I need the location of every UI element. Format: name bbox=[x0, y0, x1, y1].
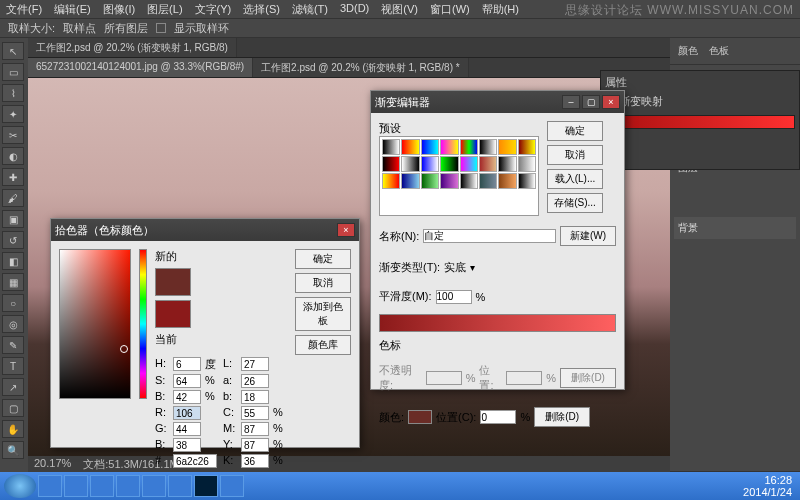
stop-color-swatch[interactable] bbox=[408, 410, 432, 424]
preset-swatch[interactable] bbox=[401, 173, 419, 189]
menu-help[interactable]: 帮助(H) bbox=[482, 2, 519, 16]
smooth-input[interactable] bbox=[436, 290, 472, 304]
panel-swatches[interactable]: 色板 bbox=[705, 42, 733, 60]
doc-tab-3[interactable]: 工作图2.psd @ 20.2% (渐变映射 1, RGB/8) * bbox=[253, 58, 469, 77]
delete2-button[interactable]: 删除(D) bbox=[534, 407, 590, 427]
preset-swatch[interactable] bbox=[498, 156, 516, 172]
menu-file[interactable]: 文件(F) bbox=[6, 2, 42, 16]
l-input[interactable] bbox=[241, 357, 269, 371]
preset-swatch[interactable] bbox=[421, 139, 439, 155]
color-field[interactable] bbox=[59, 249, 131, 399]
show-ring-checkbox[interactable] bbox=[156, 23, 166, 33]
pen-tool[interactable]: ✎ bbox=[2, 336, 24, 354]
menu-filter[interactable]: 滤镜(T) bbox=[292, 2, 328, 16]
start-button[interactable] bbox=[4, 474, 36, 498]
preset-swatch[interactable] bbox=[440, 139, 458, 155]
color-lib-button[interactable]: 颜色库 bbox=[295, 335, 351, 355]
preset-swatch[interactable] bbox=[498, 173, 516, 189]
task-app4[interactable] bbox=[168, 475, 192, 497]
r-input[interactable] bbox=[173, 406, 201, 420]
new-button[interactable]: 新建(W) bbox=[560, 226, 616, 246]
marquee-tool[interactable]: ▭ bbox=[2, 63, 24, 81]
menu-type[interactable]: 文字(Y) bbox=[195, 2, 232, 16]
menu-view[interactable]: 视图(V) bbox=[381, 2, 418, 16]
add-swatches-button[interactable]: 添加到色板 bbox=[295, 297, 351, 331]
b-input[interactable] bbox=[173, 390, 201, 404]
preset-swatch[interactable] bbox=[479, 173, 497, 189]
preset-swatch[interactable] bbox=[421, 173, 439, 189]
delete1-button[interactable]: 删除(D) bbox=[560, 368, 616, 388]
preset-swatch[interactable] bbox=[479, 139, 497, 155]
preset-swatch[interactable] bbox=[460, 173, 478, 189]
ge-save-button[interactable]: 存储(S)... bbox=[547, 193, 603, 213]
stamp-tool[interactable]: ▣ bbox=[2, 210, 24, 228]
preset-swatch[interactable] bbox=[382, 156, 400, 172]
minimize-icon[interactable]: – bbox=[562, 95, 580, 109]
task-app2[interactable] bbox=[116, 475, 140, 497]
task-explorer[interactable] bbox=[64, 475, 88, 497]
menu-edit[interactable]: 编辑(E) bbox=[54, 2, 91, 16]
path-tool[interactable]: ↗ bbox=[2, 378, 24, 396]
b2-input[interactable] bbox=[241, 390, 269, 404]
k-input[interactable] bbox=[241, 454, 269, 468]
sample-point-value[interactable]: 取样点 bbox=[63, 21, 96, 36]
menu-3d[interactable]: 3D(D) bbox=[340, 2, 369, 16]
preset-swatch[interactable] bbox=[401, 139, 419, 155]
ge-load-button[interactable]: 载入(L)... bbox=[547, 169, 603, 189]
properties-tab[interactable]: 属性 bbox=[605, 76, 627, 88]
zoom-tool[interactable]: 🔍 bbox=[2, 441, 24, 459]
blur-tool[interactable]: ○ bbox=[2, 294, 24, 312]
ok-button[interactable]: 确定 bbox=[295, 249, 351, 269]
ge-ok-button[interactable]: 确定 bbox=[547, 121, 603, 141]
eraser-tool[interactable]: ◧ bbox=[2, 252, 24, 270]
wand-tool[interactable]: ✦ bbox=[2, 105, 24, 123]
preset-swatch[interactable] bbox=[382, 139, 400, 155]
panel-color[interactable]: 颜色 bbox=[674, 42, 702, 60]
gradient-preview[interactable] bbox=[605, 115, 795, 129]
h-input[interactable] bbox=[173, 357, 201, 371]
cancel-button[interactable]: 取消 bbox=[295, 273, 351, 293]
g-input[interactable] bbox=[173, 422, 201, 436]
preset-swatch[interactable] bbox=[460, 156, 478, 172]
task-app1[interactable] bbox=[90, 475, 114, 497]
preset-swatch[interactable] bbox=[401, 156, 419, 172]
preset-swatch[interactable] bbox=[440, 156, 458, 172]
menu-select[interactable]: 选择(S) bbox=[243, 2, 280, 16]
m-input[interactable] bbox=[241, 422, 269, 436]
preset-swatch[interactable] bbox=[498, 139, 516, 155]
ge-cancel-button[interactable]: 取消 bbox=[547, 145, 603, 165]
task-ie[interactable] bbox=[38, 475, 62, 497]
preset-swatch[interactable] bbox=[518, 173, 536, 189]
preset-swatch[interactable] bbox=[518, 139, 536, 155]
history-brush-tool[interactable]: ↺ bbox=[2, 231, 24, 249]
preset-swatch[interactable] bbox=[440, 173, 458, 189]
preset-swatch[interactable] bbox=[518, 156, 536, 172]
hand-tool[interactable]: ✋ bbox=[2, 420, 24, 438]
close-icon[interactable]: × bbox=[337, 223, 355, 237]
maximize-icon[interactable]: ▢ bbox=[582, 95, 600, 109]
menu-window[interactable]: 窗口(W) bbox=[430, 2, 470, 16]
heal-tool[interactable]: ✚ bbox=[2, 168, 24, 186]
doc-tab-1[interactable]: 工作图2.psd @ 20.2% (渐变映射 1, RGB/8) bbox=[28, 38, 237, 57]
layer-background[interactable]: 背景 bbox=[674, 217, 796, 239]
preset-swatch[interactable] bbox=[460, 139, 478, 155]
preset-swatch[interactable] bbox=[382, 173, 400, 189]
task-app5[interactable] bbox=[220, 475, 244, 497]
a-input[interactable] bbox=[241, 374, 269, 388]
menu-layer[interactable]: 图层(L) bbox=[147, 2, 182, 16]
close-icon[interactable]: × bbox=[602, 95, 620, 109]
name-input[interactable] bbox=[423, 229, 556, 243]
preset-swatch[interactable] bbox=[421, 156, 439, 172]
system-tray[interactable]: 16:28 2014/1/24 bbox=[743, 474, 796, 498]
type-dropdown[interactable]: 实底 bbox=[444, 260, 466, 275]
doc-tab-2[interactable]: 6527231002140124001.jpg @ 33.3%(RGB/8#) bbox=[28, 58, 253, 77]
crop-tool[interactable]: ✂ bbox=[2, 126, 24, 144]
move-tool[interactable]: ↖ bbox=[2, 42, 24, 60]
type-tool[interactable]: T bbox=[2, 357, 24, 375]
picker-titlebar[interactable]: 拾色器（色标颜色） × bbox=[51, 219, 359, 241]
eyedropper-tool[interactable]: ◐ bbox=[2, 147, 24, 165]
shape-tool[interactable]: ▢ bbox=[2, 399, 24, 417]
lasso-tool[interactable]: ⌇ bbox=[2, 84, 24, 102]
task-photoshop[interactable] bbox=[194, 475, 218, 497]
bv-input[interactable] bbox=[173, 438, 201, 452]
